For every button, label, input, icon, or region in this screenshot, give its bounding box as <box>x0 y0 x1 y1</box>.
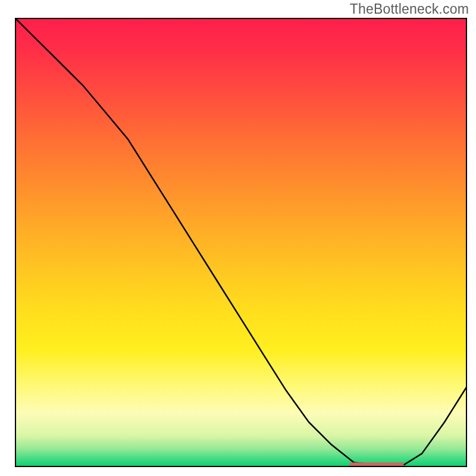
plot-area <box>15 18 467 467</box>
chart-overlay <box>15 18 467 467</box>
chart-canvas: TheBottleneck.com <box>0 0 476 476</box>
series-curve <box>15 18 467 465</box>
flat-marker <box>349 462 403 467</box>
watermark-text: TheBottleneck.com <box>350 1 469 17</box>
